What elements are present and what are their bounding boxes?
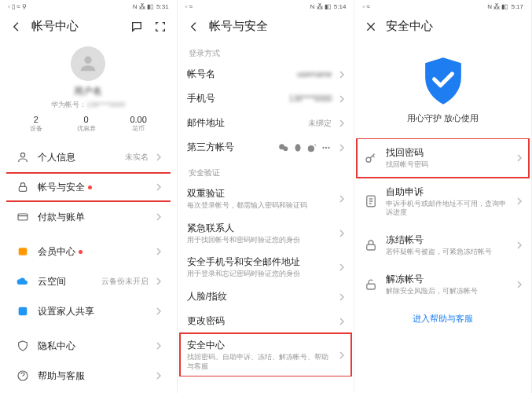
weibo-icon [306,142,317,153]
member-icon [16,244,30,259]
stat-coupons[interactable]: 0优惠券 [77,115,96,133]
uid: 华为帐号：138****0000 [51,100,125,110]
row-third-party[interactable]: 第三方帐号 [178,135,354,160]
svg-point-9 [284,146,288,151]
section-login: 登录方式 [178,40,354,62]
row-security-center[interactable]: 安全中心找回密码、自助申诉、冻结、解冻帐号、帮助与客服 [178,333,354,376]
qq-icon [292,142,303,153]
header: 帐号与安全 [178,13,354,40]
family-icon [16,304,30,318]
row-phone[interactable]: 手机号138****0000 [178,86,354,111]
status-bar: ◦ ≈ N ⁂ ▮▯ 5:17 [354,0,531,13]
svg-point-1 [20,153,24,157]
shield-text: 用心守护 放心使用 [354,112,531,124]
svg-point-13 [325,146,327,148]
svg-rect-18 [367,284,376,289]
key-icon [364,151,378,165]
svg-rect-2 [19,186,26,191]
stat-devices[interactable]: 2设备 [30,115,42,133]
row-safe-contact[interactable]: 安全手机号和安全邮件地址用于登录和忘记密码时验证您的身份 [178,250,354,285]
wechat-icon [278,142,289,153]
svg-rect-3 [18,214,28,220]
cloud-icon [16,274,30,288]
avatar [71,46,105,81]
row-2fa[interactable]: 双重验证每次登录帐号，都需输入密码和验证码 [178,182,354,216]
row-personal-info[interactable]: 个人信息 未实名 [6,142,171,172]
person-icon [16,150,30,164]
row-privacy[interactable]: 隐私中心 [6,331,171,361]
row-username[interactable]: 帐号名username [178,62,354,86]
svg-point-12 [323,146,325,148]
svg-point-14 [328,146,330,148]
more-icon [321,142,332,153]
privacy-icon [16,339,30,353]
svg-point-0 [85,57,92,64]
row-family[interactable]: 设置家人共享 [6,296,171,326]
help-link[interactable]: 进入帮助与客服 [354,303,531,334]
chat-icon[interactable] [130,20,144,34]
stat-coins[interactable]: 0.00花币 [130,115,146,133]
shield-icon [421,56,465,106]
header: 安全中心 [354,13,531,40]
chevron-right-icon [156,153,161,161]
svg-point-11 [308,145,314,152]
status-bar: ◦ ▯ ≈ ⚲ N ⁂ ▮▯ 5:31 [0,0,177,13]
row-unfreeze[interactable]: 解冻帐号解除安全风险后，可解冻帐号 [354,265,531,304]
section-security: 安全验证 [178,160,354,182]
doc-icon [364,194,378,208]
row-recover-pwd[interactable]: 找回密码找回帐号密码 [354,138,531,178]
help-icon [16,369,30,383]
row-member[interactable]: 会员中心 [6,237,171,266]
red-dot [88,185,92,189]
svg-rect-5 [19,307,28,316]
back-icon[interactable] [187,20,201,34]
back-icon[interactable] [9,20,24,34]
unlock-icon [364,277,378,292]
profile[interactable]: 用户名 华为帐号：138****0000 2设备 0优惠券 0.00花币 [0,40,177,138]
third-party-icons [278,142,332,153]
page-title: 帐号中心 [31,19,122,34]
row-biometric[interactable]: 人脸/指纹 [178,285,354,309]
page-title: 安全中心 [386,19,522,34]
svg-point-10 [295,144,301,151]
username: 用户名 [74,85,102,98]
lock-icon [16,180,30,194]
row-account-security[interactable]: 帐号与安全 [6,172,171,202]
card-icon [16,210,30,224]
page-title: 帐号与安全 [209,19,345,34]
row-emergency[interactable]: 紧急联系人用于找回帐号和密码时验证您的身份 [178,216,354,251]
status-bar: ◦ ≈ N ⁂ ▮▯ 5:14 [178,0,354,13]
red-dot [79,250,83,254]
row-appeal[interactable]: 自助申诉申诉手机号或邮件地址不可用，查询申诉进度 [354,178,531,226]
svg-point-15 [366,157,371,162]
close-icon[interactable] [364,20,378,34]
row-freeze[interactable]: 冻结帐号若怀疑帐号被盗，可紧急冻结帐号 [354,226,531,265]
lock-icon [364,238,378,252]
row-change-pwd[interactable]: 更改密码 [178,309,354,333]
svg-rect-17 [367,244,376,250]
svg-rect-4 [19,248,28,255]
row-payment[interactable]: 付款与账单 [6,202,171,232]
scan-icon[interactable] [153,20,167,34]
header: 帐号中心 [0,13,177,40]
row-help[interactable]: 帮助与客服 [6,361,171,391]
row-cloud[interactable]: 云空间 云备份未开启 [6,266,171,296]
row-email[interactable]: 邮件地址未绑定 [178,111,354,135]
